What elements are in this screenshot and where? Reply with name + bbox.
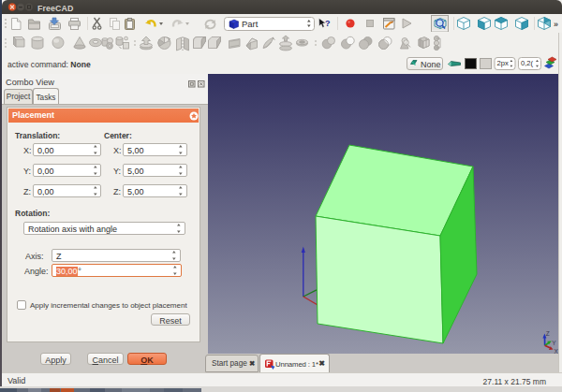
svg-text:»: » xyxy=(554,20,558,29)
svg-text:?: ? xyxy=(325,19,331,28)
svg-text:2px: 2px xyxy=(497,59,509,67)
svg-text:None: None xyxy=(421,60,441,69)
svg-text:0,2(: 0,2( xyxy=(521,59,534,67)
svg-text:Z: Z xyxy=(546,330,550,337)
svg-text:Part: Part xyxy=(242,19,259,29)
svg-text:Y: Y xyxy=(552,340,556,346)
